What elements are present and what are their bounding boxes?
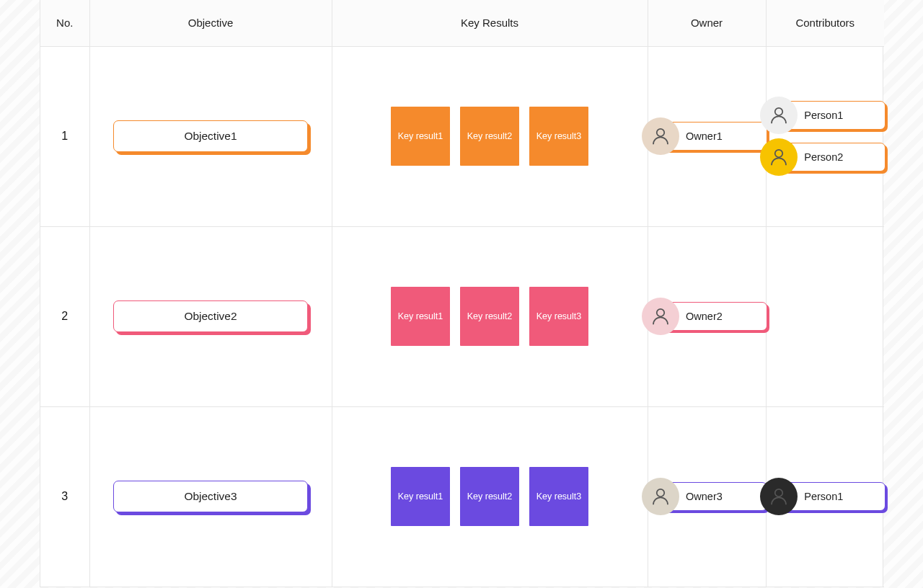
avatar — [642, 298, 679, 335]
svg-point-3 — [657, 309, 665, 317]
contributors-cell: Person1 — [766, 406, 884, 587]
key-result-tile[interactable]: Key result3 — [529, 287, 588, 346]
header-objective: Objective — [89, 0, 332, 46]
key-result-tile[interactable]: Key result2 — [460, 107, 519, 166]
person-pill[interactable]: Person1 — [777, 482, 886, 511]
person-name: Person2 — [804, 151, 843, 163]
svg-point-0 — [657, 129, 665, 137]
key-result-tile[interactable]: Key result1 — [391, 287, 450, 346]
objective-cell: Objective1 — [89, 46, 332, 226]
objective-cell: Objective3 — [89, 406, 332, 587]
okr-table: No. Objective Key Results Owner Contribu… — [40, 0, 884, 587]
avatar — [642, 117, 679, 155]
header-key-results: Key Results — [332, 0, 648, 46]
objective-pill[interactable]: Objective3 — [113, 481, 308, 512]
table-row: 2Objective2Key result1Key result2Key res… — [40, 226, 884, 406]
key-results-cell: Key result1Key result2Key result3 — [332, 226, 648, 406]
avatar — [760, 138, 798, 176]
key-result-tile[interactable]: Key result2 — [460, 467, 519, 526]
owner-cell: Owner1 — [648, 46, 766, 226]
key-result-tile[interactable]: Key result1 — [391, 107, 450, 166]
person-name: Owner1 — [686, 130, 723, 142]
key-result-tile[interactable]: Key result1 — [391, 467, 450, 526]
row-number: 3 — [40, 406, 89, 587]
header-contributors: Contributors — [766, 0, 884, 46]
key-result-tile[interactable]: Key result2 — [460, 287, 519, 346]
owner-cell: Owner2 — [648, 226, 766, 406]
table-row: 3Objective3Key result1Key result2Key res… — [40, 406, 884, 587]
key-results-cell: Key result1Key result2Key result3 — [332, 406, 648, 587]
contributors-cell — [766, 226, 884, 406]
person-pill[interactable]: Person1 — [777, 101, 886, 130]
svg-point-2 — [775, 150, 783, 158]
svg-point-1 — [775, 108, 783, 116]
row-number: 2 — [40, 226, 89, 406]
row-number: 1 — [40, 46, 89, 226]
table-header: No. Objective Key Results Owner Contribu… — [40, 0, 884, 46]
person-name: Person1 — [804, 110, 843, 121]
key-result-tile[interactable]: Key result3 — [529, 107, 588, 166]
person-pill[interactable]: Owner3 — [659, 482, 767, 511]
person-name: Person1 — [804, 491, 843, 502]
avatar — [642, 478, 679, 515]
person-name: Owner3 — [686, 491, 723, 502]
owner-cell: Owner3 — [648, 406, 766, 587]
person-pill[interactable]: Person2 — [777, 143, 886, 172]
avatar — [760, 97, 798, 134]
person-pill[interactable]: Owner2 — [659, 302, 767, 331]
key-result-tile[interactable]: Key result3 — [529, 467, 588, 526]
objective-cell: Objective2 — [89, 226, 332, 406]
svg-point-5 — [775, 489, 783, 497]
svg-point-4 — [657, 489, 665, 497]
person-pill[interactable]: Owner1 — [659, 122, 767, 151]
header-owner: Owner — [648, 0, 766, 46]
okr-table-container: No. Objective Key Results Owner Contribu… — [40, 0, 883, 587]
avatar — [760, 478, 798, 515]
key-results-cell: Key result1Key result2Key result3 — [332, 46, 648, 226]
person-name: Owner2 — [686, 311, 723, 322]
objective-pill[interactable]: Objective1 — [113, 120, 308, 152]
contributors-cell: Person1 Person2 — [766, 46, 884, 226]
table-row: 1Objective1Key result1Key result2Key res… — [40, 46, 884, 226]
header-no: No. — [40, 0, 89, 46]
objective-pill[interactable]: Objective2 — [113, 300, 308, 332]
